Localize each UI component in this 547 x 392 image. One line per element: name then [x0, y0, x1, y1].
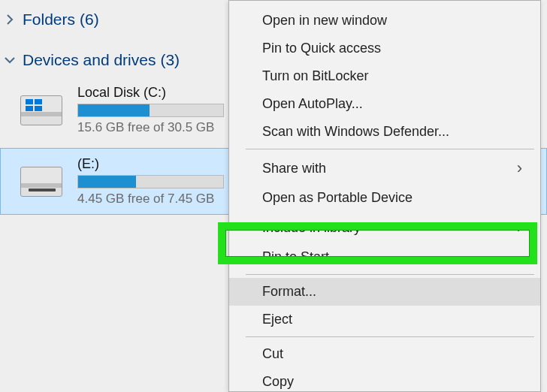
menu-turn-on-bitlocker[interactable]: Turn on BitLocker [229, 62, 540, 90]
menu-cut[interactable]: Cut [229, 340, 540, 368]
menu-separator [246, 336, 534, 337]
menu-label: Eject [262, 312, 292, 327]
context-menu: Open in new window Pin to Quick access T… [228, 0, 541, 392]
chevron-right-icon [5, 14, 15, 25]
menu-format[interactable]: Format... [229, 278, 540, 306]
drives-section-count: (3) [160, 51, 180, 69]
menu-open-portable-device[interactable]: Open as Portable Device [229, 184, 540, 212]
menu-separator [246, 274, 534, 275]
menu-label: Scan with Windows Defender... [262, 124, 449, 140]
menu-scan-defender[interactable]: Scan with Windows Defender... [229, 118, 540, 146]
drive-name: (E:) [77, 156, 224, 172]
menu-copy[interactable]: Copy [229, 368, 540, 392]
menu-label: Format... [262, 284, 316, 300]
drive-free-text: 4.45 GB free of 7.45 GB [77, 191, 224, 207]
drive-usage-bar [77, 175, 224, 188]
drive-name: Local Disk (C:) [77, 85, 224, 101]
drive-free-text: 15.6 GB free of 30.5 GB [77, 120, 224, 135]
drive-usage-bar [77, 104, 224, 117]
menu-label: Include in library [262, 220, 361, 236]
menu-label: Turn on BitLocker [262, 68, 368, 84]
menu-label: Cut [262, 346, 283, 362]
menu-label: Open in new window [262, 13, 387, 29]
menu-label: Copy [262, 374, 294, 390]
drives-section-label: Devices and drives [23, 51, 156, 69]
menu-label: Pin to Start [262, 249, 329, 265]
drive-icon [20, 95, 62, 125]
chevron-down-icon [5, 55, 15, 65]
menu-open-new-window[interactable]: Open in new window [229, 7, 540, 35]
folders-section-label: Folders [23, 11, 75, 29]
menu-label: Share with [262, 161, 326, 176]
menu-include-in-library[interactable]: Include in library› [229, 212, 540, 243]
chevron-right-icon: › [517, 218, 522, 237]
menu-pin-quick-access[interactable]: Pin to Quick access [229, 35, 540, 62]
menu-pin-to-start[interactable]: Pin to Start [229, 243, 540, 271]
folders-section-count: (6) [80, 11, 99, 29]
menu-separator [246, 149, 534, 149]
chevron-right-icon: › [517, 158, 522, 178]
menu-open-autoplay[interactable]: Open AutoPlay... [229, 90, 540, 118]
drive-icon [20, 167, 62, 197]
menu-eject[interactable]: Eject [229, 306, 540, 333]
menu-label: Pin to Quick access [262, 41, 381, 56]
menu-share-with[interactable]: Share with› [229, 152, 540, 184]
menu-label: Open as Portable Device [262, 190, 413, 206]
menu-label: Open AutoPlay... [262, 96, 363, 112]
